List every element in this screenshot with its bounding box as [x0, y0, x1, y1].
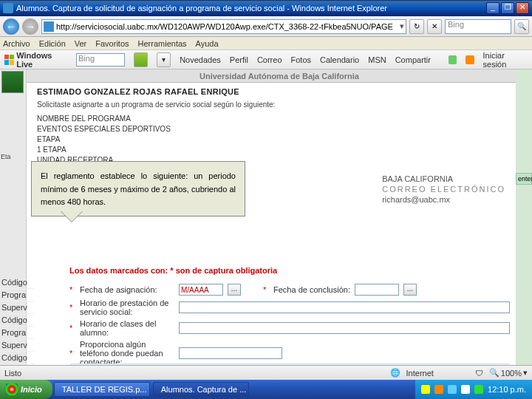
tray-icon[interactable]: [434, 385, 443, 394]
zoom-control[interactable]: 🔍 100% ▾: [489, 368, 528, 378]
student-name: ESTIMADO GONZALEZ ROJAS RAFAEL ENRIQUE: [37, 87, 522, 96]
live-perfil[interactable]: Perfil: [230, 55, 248, 64]
intro-text: Solicitaste asignarte a un programa de s…: [37, 100, 522, 109]
menu-herramientas[interactable]: Herramientas: [138, 39, 187, 48]
menu-archivo[interactable]: Archivo: [3, 39, 30, 48]
restore-button[interactable]: ❐: [501, 2, 514, 14]
clock: 12:10 p.m.: [488, 385, 526, 394]
horario-clases-input[interactable]: [179, 322, 510, 334]
right-info: BAJA CALIFORNIA CORREO ELECTRÓNICO richa…: [382, 173, 505, 205]
telefono-label: Proporciona algún teléfono donde puedan …: [80, 340, 174, 366]
menu-ayuda[interactable]: Ayuda: [196, 39, 219, 48]
tray-icon[interactable]: [474, 385, 483, 394]
fecha-con-picker[interactable]: ...: [403, 284, 417, 296]
live-search-button[interactable]: [134, 52, 148, 67]
regulation-callout: El reglamento establece lo siguiente: un…: [31, 161, 245, 216]
left-eta: Eta: [0, 152, 26, 161]
status-internet: Internet: [406, 369, 434, 378]
search-box[interactable]: Bing: [445, 19, 511, 34]
tray-icon[interactable]: [448, 385, 457, 394]
ie-icon: [3, 3, 13, 13]
live-fotos[interactable]: Fotos: [291, 55, 312, 64]
etapa-label: ETAPA: [37, 135, 522, 143]
dropdown-icon[interactable]: ▾: [400, 21, 404, 31]
required-star: *: [69, 285, 75, 294]
start-button[interactable]: Inicio: [0, 380, 52, 399]
menu-edicion[interactable]: Edición: [39, 39, 66, 48]
live-novedades[interactable]: Novedades: [180, 55, 221, 64]
windows-flag-icon: [6, 383, 18, 395]
live-iniciar-sesion[interactable]: Iniciar sesión: [483, 51, 528, 69]
menu-favoritos[interactable]: Favoritos: [95, 39, 129, 48]
horario-clases-label: Horario de clases del alumno:: [80, 319, 174, 337]
live-msn[interactable]: MSN: [368, 55, 386, 64]
address-bar[interactable]: ▾: [41, 19, 406, 34]
fecha-asig-label: Fecha de asignación:: [80, 285, 174, 294]
window-title: Alumnos. Captura de solicitud de asignac…: [16, 4, 486, 13]
status-listo: Listo: [4, 369, 21, 378]
taskbar-ie[interactable]: Alumnos. Captura de ...: [153, 382, 249, 397]
program-name-label: NOMBRE DEL PROGRAMA: [37, 115, 522, 123]
horario-serv-input[interactable]: [179, 301, 510, 313]
back-button[interactable]: ←: [3, 18, 19, 35]
etapa-value: 1 ETAPA: [37, 146, 522, 154]
telefono-input[interactable]: [179, 347, 282, 359]
right-green-band: enter: [516, 69, 532, 399]
menu-ver[interactable]: Ver: [75, 39, 87, 48]
tray-icon[interactable]: [461, 385, 470, 394]
live-search[interactable]: Bing: [76, 53, 125, 66]
refresh-button[interactable]: ↻: [409, 19, 424, 34]
forward-button[interactable]: →: [22, 18, 38, 35]
live-calendario[interactable]: Calendario: [320, 55, 359, 64]
protected-mode-icon: 🛡: [475, 369, 483, 378]
fecha-asig-input[interactable]: [179, 284, 223, 296]
globe-icon: 🌐: [390, 368, 400, 378]
taskbar-doc[interactable]: TALLER DE REGIS.p...: [54, 382, 150, 397]
right-tab[interactable]: enter: [516, 173, 532, 185]
url-input[interactable]: [56, 22, 400, 31]
stop-button[interactable]: ✕: [427, 19, 442, 34]
tray-icon[interactable]: [421, 385, 430, 394]
live-menu-button[interactable]: ▾: [157, 52, 171, 67]
program-name: EVENTOS ESPECIALES DEPORTIVOS: [37, 125, 522, 133]
mail-icon[interactable]: [466, 55, 474, 64]
fecha-con-label: Fecha de conclusión:: [273, 285, 350, 294]
live-correo[interactable]: Correo: [257, 55, 282, 64]
minimize-button[interactable]: _: [486, 2, 499, 14]
required-fields-note: Los datos marcados con: * son de captura…: [69, 266, 277, 275]
windows-live-logo: Windows Live: [4, 51, 67, 69]
live-compartir[interactable]: Compartir: [395, 55, 431, 64]
fecha-asig-picker[interactable]: ...: [228, 284, 241, 296]
favicon-icon: [44, 21, 54, 32]
horario-serv-label: Horario de prestación de servicio social…: [80, 299, 174, 316]
uabc-logo: [1, 71, 24, 93]
search-go-button[interactable]: 🔍: [514, 19, 529, 34]
share-icon[interactable]: [449, 55, 457, 64]
university-header: Universidad Autónoma de Baja California: [27, 69, 532, 83]
close-button[interactable]: ✕: [516, 2, 529, 14]
fecha-con-input[interactable]: [355, 284, 399, 296]
